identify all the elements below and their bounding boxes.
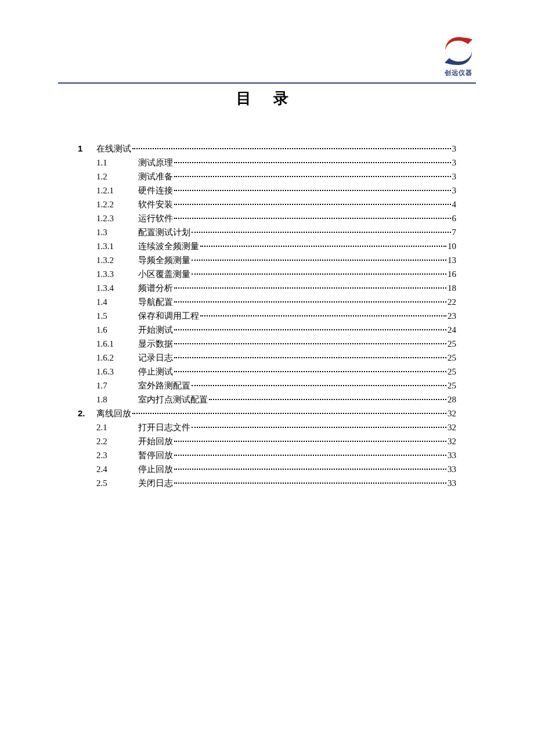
toc-entry-title: 开始测试 — [138, 323, 173, 337]
toc-leader-dots — [200, 315, 446, 316]
toc-page-number: 22 — [448, 295, 456, 309]
toc-page-number: 23 — [448, 309, 456, 323]
toc-page-number: 3 — [452, 156, 457, 170]
toc-entry-title: 测试准备 — [138, 170, 173, 183]
toc-page-number: 3 — [452, 183, 457, 197]
toc-page-number: 25 — [448, 365, 456, 379]
toc-leader-dots — [200, 246, 446, 247]
toc-entry-title: 在线测试 — [96, 142, 131, 156]
toc-entry[interactable]: 1.3配置测试计划7 — [78, 225, 456, 239]
toc-chapter-number: 2. — [78, 406, 96, 420]
toc-section-number: 1.3.3 — [96, 267, 138, 281]
toc-leader-dots — [174, 204, 451, 205]
toc-entry-title: 停止测试 — [138, 365, 173, 379]
toc-section-number: 1.6 — [96, 323, 138, 337]
toc-section-number: 2.2 — [96, 434, 138, 448]
toc-entry[interactable]: 1.4导航配置22 — [78, 295, 456, 309]
toc-section-number: 1.4 — [96, 295, 138, 309]
toc-page-number: 33 — [448, 476, 456, 490]
toc-page-number: 3 — [452, 142, 457, 156]
toc-section-number: 2.5 — [96, 476, 138, 490]
toc-section-number: 1.7 — [96, 379, 138, 393]
toc-entry-title: 关闭日志 — [138, 476, 173, 490]
toc-page-number: 32 — [448, 434, 456, 448]
toc-entry-title: 离线回放 — [96, 406, 131, 420]
toc-entry-title: 记录日志 — [138, 351, 173, 365]
toc-entry-title: 显示数据 — [138, 337, 173, 351]
toc-section-number: 1.3.1 — [96, 239, 138, 253]
toc-page-number: 25 — [448, 379, 456, 393]
logo-caption: 创远仪器 — [441, 69, 476, 77]
toc-entry-title: 连续波全频测量 — [138, 239, 199, 253]
toc-page-number: 25 — [448, 337, 456, 351]
toc-leader-dots — [174, 287, 446, 289]
toc-leader-dots — [192, 260, 446, 261]
toc-entry-title: 软件安装 — [138, 197, 173, 211]
toc-entry-title: 硬件连接 — [138, 183, 173, 197]
toc-leader-dots — [174, 329, 446, 330]
toc-entry[interactable]: 1.3.3小区覆盖测量16 — [78, 267, 456, 281]
toc-entry[interactable]: 1.6.2记录日志25 — [78, 351, 456, 365]
toc-entry[interactable]: 1.2.1硬件连接3 — [78, 183, 456, 197]
toc-entry[interactable]: 1.3.2导频全频测量13 — [78, 253, 456, 267]
toc-entry[interactable]: 1.6.3停止测试25 — [78, 365, 456, 379]
toc-chapter-number: 1 — [78, 142, 96, 156]
toc-page-number: 33 — [448, 462, 456, 476]
toc-entry[interactable]: 2.2开始回放32 — [78, 434, 456, 448]
toc-section-number: 1.6.3 — [96, 365, 138, 379]
toc-page-number: 32 — [448, 406, 456, 420]
toc-section-number: 1.2 — [96, 170, 138, 183]
toc-entry[interactable]: 2.3暂停回放33 — [78, 448, 456, 462]
toc-leader-dots — [174, 218, 451, 219]
toc-entry-title: 运行软件 — [138, 211, 173, 225]
toc-section-number: 1.8 — [96, 393, 138, 406]
toc-entry[interactable]: 1.3.1连续波全频测量10 — [78, 239, 456, 253]
toc-entry[interactable]: 1.1测试原理3 — [78, 156, 456, 170]
toc-leader-dots — [132, 148, 451, 149]
toc-entry[interactable]: 1.6.1显示数据25 — [78, 337, 456, 351]
toc-entry-title: 打开日志文件 — [138, 420, 190, 434]
toc-section-number: 1.3 — [96, 225, 138, 239]
logo-icon — [441, 35, 476, 67]
toc-page-number: 18 — [448, 281, 456, 295]
toc-entry-title: 测试原理 — [138, 156, 173, 170]
toc-page-number: 6 — [452, 211, 457, 225]
toc-leader-dots — [174, 301, 446, 303]
toc-section-number: 1.2.1 — [96, 183, 138, 197]
toc-entry[interactable]: 1.2测试准备3 — [78, 170, 456, 183]
toc-entry[interactable]: 1.5保存和调用工程23 — [78, 309, 456, 323]
toc-section-number: 1.2.2 — [96, 197, 138, 211]
toc-entry-title: 保存和调用工程 — [138, 309, 199, 323]
toc-leader-dots — [174, 357, 446, 358]
toc-page-number: 7 — [452, 225, 457, 239]
toc-leader-dots — [192, 232, 451, 233]
toc-leader-dots — [192, 427, 446, 428]
toc-entry[interactable]: 2.5关闭日志33 — [78, 476, 456, 490]
toc-leader-dots — [174, 190, 451, 191]
toc-entry[interactable]: 2.离线回放32 — [78, 406, 456, 420]
toc-leader-dots — [174, 162, 451, 163]
toc-entry[interactable]: 1.6开始测试24 — [78, 323, 456, 337]
toc-entry[interactable]: 1.2.3运行软件6 — [78, 211, 456, 225]
toc-entry-title: 室外路测配置 — [138, 379, 190, 393]
logo: 创远仪器 — [441, 35, 476, 77]
toc-page-number: 32 — [448, 420, 456, 434]
toc-leader-dots — [192, 385, 446, 386]
toc-entry[interactable]: 1在线测试3 — [78, 142, 456, 156]
toc-leader-dots — [209, 399, 446, 400]
toc-entry[interactable]: 1.3.4频谱分析18 — [78, 281, 456, 295]
toc-page-number: 28 — [448, 393, 456, 406]
toc-heading: 目 录 — [0, 88, 534, 109]
toc-entry[interactable]: 1.2.2软件安装4 — [78, 197, 456, 211]
toc-leader-dots — [192, 273, 446, 275]
toc-leader-dots — [174, 455, 446, 456]
toc-page-number: 33 — [448, 448, 456, 462]
toc-entry[interactable]: 2.4停止回放33 — [78, 462, 456, 476]
toc-entry[interactable]: 1.7室外路测配置25 — [78, 379, 456, 393]
header-divider — [58, 82, 476, 84]
toc-leader-dots — [174, 469, 446, 470]
toc-entry[interactable]: 2.1打开日志文件32 — [78, 420, 456, 434]
toc-entry-title: 开始回放 — [138, 434, 173, 448]
toc-page-number: 3 — [452, 170, 457, 183]
toc-entry[interactable]: 1.8室内打点测试配置28 — [78, 393, 456, 406]
